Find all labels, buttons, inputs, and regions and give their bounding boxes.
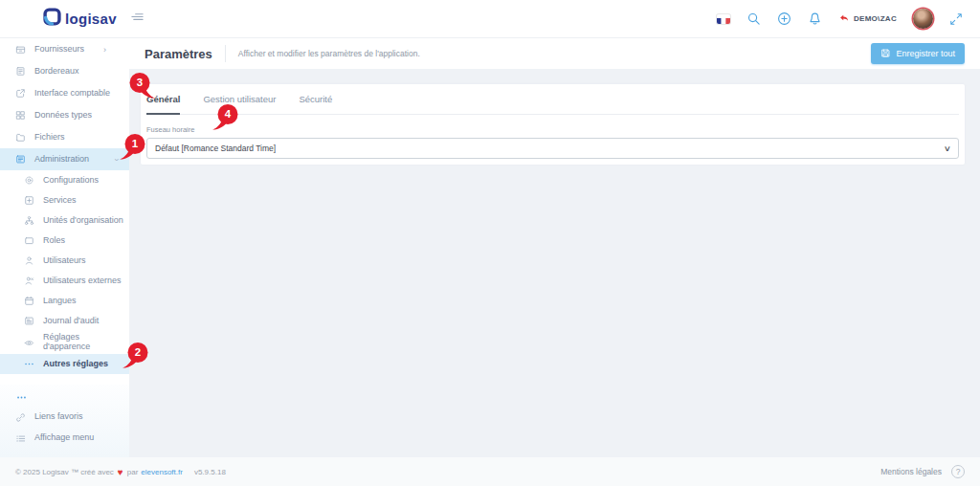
chevron-right-icon: › <box>103 45 106 55</box>
copyright-text: © 2025 Logisav ™ créé avec <box>15 468 114 476</box>
timezone-label: Fuseau horaire <box>146 125 959 134</box>
username-label: DEMO\ZAC <box>854 14 897 23</box>
page-subtitle: Afficher et modifier les paramètres de l… <box>238 49 420 58</box>
save-icon <box>880 48 891 60</box>
tab-general[interactable]: Général <box>146 94 180 104</box>
sidebar-item-fichiers[interactable]: Fichiers <box>0 126 129 148</box>
sidebar-bottom-section: Liens favoris Affichage menu <box>0 385 129 457</box>
page-footer: © 2025 Logisav ™ créé avec ♥ par elevens… <box>0 457 980 486</box>
org-chart-icon <box>24 215 34 226</box>
app-root: logisav <box>0 0 980 486</box>
plus-square-icon <box>24 195 34 206</box>
sidebar-more-ellipsis[interactable] <box>0 387 129 407</box>
add-circle-icon[interactable] <box>777 11 791 26</box>
logo[interactable]: logisav <box>43 8 117 30</box>
sidebar-item-affichage-menu[interactable]: Affichage menu <box>0 428 129 449</box>
svg-text:2: 2 <box>135 346 141 358</box>
tab-securite[interactable]: Sécurité <box>299 94 332 104</box>
card-icon <box>24 235 34 246</box>
sidebar-item-unites-organisation[interactable]: Unités d'organisation <box>0 210 129 231</box>
external-link-icon <box>15 88 26 99</box>
ellipsis-icon <box>24 359 34 369</box>
sidebar-item-interface-comptable[interactable]: Interface comptable <box>0 82 129 104</box>
user-icon <box>24 255 34 266</box>
ellipsis-icon <box>15 392 28 403</box>
version-label: v5.9.5.18 <box>194 468 226 476</box>
footer-right: Mentions légales ? <box>880 465 965 478</box>
sidebar-item-langues[interactable]: Langues <box>0 291 129 311</box>
timezone-selected-value: Défaut [Romance Standard Time] <box>155 144 276 153</box>
tab-gestion-utilisateur[interactable]: Gestion utilisateur <box>203 94 276 104</box>
logo-text: logisav <box>65 11 117 27</box>
sidebar: Fournisseurs › Bordereaux Interface comp… <box>0 38 129 457</box>
top-header: logisav <box>0 0 980 38</box>
sidebar-item-utilisateurs[interactable]: Utilisateurs <box>0 251 129 271</box>
page-header: Paramètres Afficher et modifier les para… <box>129 38 980 69</box>
logo-icon <box>43 8 61 30</box>
admin-list-icon <box>15 154 26 165</box>
calendar-icon <box>24 296 34 306</box>
grid-icon <box>15 110 26 121</box>
sidebar-item-bordereaux[interactable]: Bordereaux <box>0 60 129 82</box>
user-avatar[interactable] <box>913 9 933 29</box>
svg-text:1: 1 <box>132 138 139 149</box>
sidebar-item-journal-audit[interactable]: Journal d'audit <box>0 311 129 331</box>
fullscreen-expand-icon[interactable] <box>949 12 963 26</box>
menu-list-icon <box>15 433 26 444</box>
eye-icon <box>24 338 34 348</box>
heart-icon: ♥ <box>118 467 123 477</box>
help-icon[interactable]: ? <box>951 465 965 478</box>
user-menu[interactable]: DEMO\ZAC <box>838 11 897 28</box>
audit-log-icon <box>24 316 34 326</box>
notifications-bell-icon[interactable] <box>808 11 822 26</box>
topbar-actions: DEMO\ZAC <box>717 9 963 29</box>
sidebar-item-services[interactable]: Services <box>0 190 129 210</box>
menu-toggle-icon[interactable] <box>130 10 145 28</box>
sidebar-item-administration[interactable]: Administration › <box>0 148 129 170</box>
external-user-icon <box>24 276 34 286</box>
save-all-button[interactable]: Enregistrer tout <box>871 43 965 64</box>
settings-panel: Général Gestion utilisateur Sécurité Fus… <box>141 84 965 165</box>
elevensoft-link[interactable]: elevensoft.fr <box>141 468 183 476</box>
title-divider <box>225 45 226 62</box>
page-title: Paramètres <box>145 47 212 61</box>
document-lines-icon <box>15 66 26 77</box>
sidebar-item-roles[interactable]: Roles <box>0 231 129 251</box>
sidebar-item-reglages-apparence[interactable]: Réglages d'apparence <box>0 331 129 354</box>
sidebar-item-configurations[interactable]: Configurations <box>0 170 129 190</box>
gear-icon <box>24 175 34 186</box>
language-flag-icon[interactable] <box>717 14 730 24</box>
mentions-legales-link[interactable]: Mentions légales <box>880 467 942 476</box>
sidebar-item-donnees-types[interactable]: Données types <box>0 104 129 126</box>
suppliers-box-icon <box>15 44 26 55</box>
impersonation-back-icon <box>838 11 850 28</box>
sidebar-item-fournisseurs[interactable]: Fournisseurs › <box>0 38 129 60</box>
timezone-select[interactable]: Défaut [Romance Standard Time] ∨ <box>146 138 959 159</box>
sidebar-menu: Fournisseurs › Bordereaux Interface comp… <box>0 38 129 374</box>
select-chevron-icon: ∨ <box>944 144 951 153</box>
chevron-down-icon: › <box>112 158 122 161</box>
by-text: par <box>127 468 139 476</box>
tab-bar: Général Gestion utilisateur Sécurité <box>146 94 959 115</box>
search-icon[interactable] <box>746 11 761 26</box>
sidebar-item-liens-favoris[interactable]: Liens favoris <box>0 407 129 428</box>
chain-link-icon <box>15 412 26 423</box>
sidebar-item-autres-reglages[interactable]: Autres réglages <box>0 354 129 374</box>
folder-icon <box>15 132 26 143</box>
sidebar-item-utilisateurs-externes[interactable]: Utilisateurs externes <box>0 271 129 291</box>
